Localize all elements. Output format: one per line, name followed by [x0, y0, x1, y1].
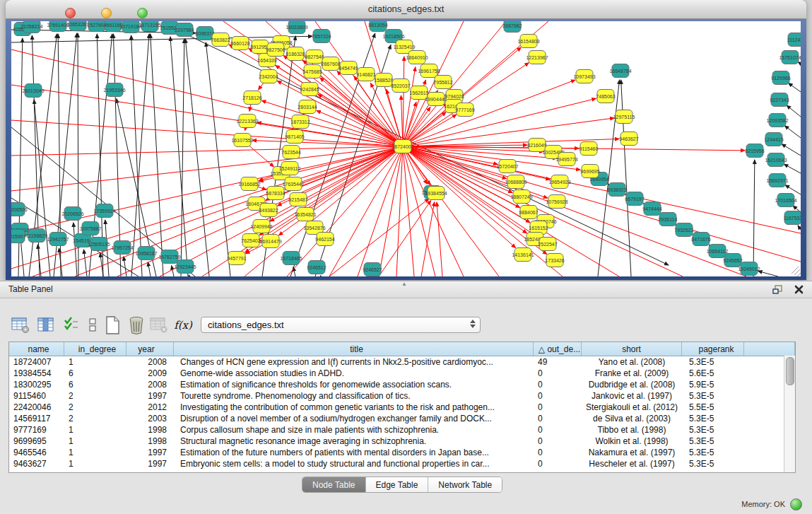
table-cell[interactable]: 0 [534, 413, 582, 424]
graph-node[interactable]: 9871405 [285, 130, 304, 144]
panel-resize-grip[interactable]: ▲ [399, 282, 409, 286]
graph-edge[interactable] [181, 39, 184, 276]
table-cell[interactable]: Hescheler et al. (1997) [582, 458, 682, 469]
network-view-canvas[interactable]: 4055714210582143769140610653287152760246… [11, 21, 801, 276]
table-row[interactable]: 969969511998Structural magnetic resonanc… [9, 436, 795, 447]
graph-edge[interactable] [261, 100, 403, 146]
table-cell[interactable]: 9777169 [9, 424, 64, 436]
table-cell[interactable]: de Silva et al. (2003) [582, 413, 682, 424]
graph-node[interactable]: 9246512 [307, 261, 326, 274]
table-row[interactable]: 946362711997Embryonic stem cells: a mode… [9, 458, 795, 469]
table-cell[interactable]: Corpus callosum shape and size in male p… [174, 424, 534, 436]
graph-node[interactable]: 2803144 [298, 100, 317, 114]
table-cell[interactable]: 5.3E-5 [682, 413, 744, 424]
graph-node[interactable]: 12409948 [250, 220, 272, 233]
graph-edge[interactable] [358, 146, 403, 276]
graph-edge[interactable] [401, 95, 403, 146]
column-header-pagerank[interactable]: pagerank [682, 342, 744, 356]
table-scrollbar-knob[interactable] [786, 357, 794, 385]
graph-node[interactable]: 12213967 [526, 51, 548, 64]
function-builder-icon[interactable]: f(x) [172, 315, 194, 336]
table-cell[interactable]: 2009 [126, 368, 174, 379]
graph-node[interactable]: 9245652 [723, 254, 742, 267]
graph-node[interactable]: 15720407 [496, 160, 518, 173]
graph-edge[interactable] [20, 239, 24, 276]
table-cell[interactable]: 5.9E-5 [682, 379, 744, 390]
graph-node[interactable]: 8522037 [391, 79, 410, 93]
table-cell[interactable]: 6 [64, 379, 126, 390]
selection-mode-icon[interactable] [61, 315, 82, 336]
graph-node[interactable]: 9462154 [315, 233, 334, 246]
graph-edge[interactable] [787, 105, 801, 117]
table-cell[interactable]: 0 [534, 424, 582, 436]
graph-edge[interactable] [403, 146, 563, 276]
graph-node[interactable]: 10756928 [546, 195, 567, 209]
graph-node[interactable]: 15751074 [779, 51, 801, 64]
memory-status-indicator[interactable] [790, 498, 802, 510]
graph-node[interactable]: 9884067 [519, 206, 538, 219]
graph-edge[interactable] [320, 276, 321, 276]
table-cell[interactable]: 5.3E-5 [682, 447, 744, 458]
graph-edge[interactable] [151, 34, 163, 276]
table-cell[interactable]: 5.3E-5 [682, 436, 744, 447]
table-row[interactable]: 1456911722003Disruption of a novel membe… [9, 413, 795, 424]
table-cell[interactable]: Structural magnetic resonance image aver… [174, 436, 534, 447]
table-cell[interactable]: 49 [534, 356, 582, 368]
table-cell[interactable]: 9699695 [9, 436, 64, 447]
tab-node-table[interactable]: Node Table [302, 477, 366, 492]
close-panel-icon[interactable] [792, 284, 805, 296]
table-cell[interactable]: 1 [64, 436, 126, 447]
graph-node[interactable]: 19495778 [555, 153, 577, 166]
table-cell[interactable]: 14569117 [9, 413, 64, 424]
table-cell[interactable]: 1997 [126, 390, 174, 402]
graph-node[interactable]: 21953346 [103, 83, 125, 97]
table-row[interactable]: 2242004622012Investigating the contribut… [9, 402, 795, 413]
graph-edge[interactable] [403, 146, 683, 276]
table-cell[interactable]: 0 [534, 447, 582, 458]
graph-node[interactable]: 2687682 [502, 21, 522, 33]
table-scrollbar[interactable] [784, 356, 795, 472]
graph-node[interactable]: 7625402 [241, 234, 260, 247]
graph-node[interactable]: 17016504 [775, 194, 796, 207]
table-cell[interactable]: 0 [534, 379, 582, 390]
graph-node[interactable]: 7857224 [312, 30, 331, 43]
table-cell[interactable]: 18724007 [9, 356, 64, 368]
graph-node[interactable]: 1733426 [545, 254, 564, 267]
graph-edge[interactable] [797, 273, 801, 276]
graph-node[interactable]: 16354821 [294, 208, 316, 221]
table-cell[interactable]: 5.5E-5 [682, 402, 744, 413]
table-cell[interactable]: 9115460 [9, 390, 64, 402]
graph-node[interactable]: 10973493 [573, 70, 595, 83]
table-cell[interactable]: 2 [64, 413, 126, 424]
table-cell[interactable]: 9463627 [9, 458, 64, 469]
float-panel-icon[interactable] [771, 284, 784, 296]
table-cell[interactable]: Estimation of the future numbers of pati… [174, 447, 534, 458]
table-cell[interactable]: 6 [64, 368, 126, 379]
graph-node[interactable]: 12505135 [88, 238, 110, 251]
graph-edge[interactable] [403, 146, 516, 248]
graph-node[interactable]: 9827506 [266, 43, 285, 57]
column-header-name[interactable]: name [9, 342, 64, 356]
graph-node[interactable]: 12213363 [236, 115, 258, 128]
graph-node[interactable]: 16914479 [259, 235, 281, 248]
graph-node[interactable]: 9242845 [300, 83, 319, 96]
graph-node[interactable]: 8813054 [368, 21, 387, 32]
graph-node[interactable]: 26013049 [22, 84, 44, 98]
graph-node[interactable]: 2935114 [659, 213, 678, 226]
graph-node[interactable]: 2342004 [259, 70, 278, 83]
graph-edge[interactable] [784, 164, 801, 173]
graph-node[interactable]: 9457791 [227, 252, 246, 265]
table-cell[interactable]: 0 [534, 390, 582, 402]
graph-edge[interactable] [403, 146, 801, 233]
network-graph[interactable]: 4055714210582143769140610653287152760246… [11, 21, 801, 276]
table-cell[interactable]: 19384554 [9, 368, 64, 379]
graph-node[interactable]: 6679197 [625, 192, 644, 206]
column-header-title[interactable]: title [174, 342, 534, 356]
graph-node[interactable]: 7485063 [596, 90, 615, 103]
graph-edge[interactable] [437, 202, 442, 276]
graph-edge[interactable] [403, 57, 404, 146]
table-row[interactable]: 911546021997Tourette syndrome. Phenomeno… [9, 390, 795, 402]
graph-node[interactable]: 7955812 [433, 76, 452, 89]
graph-edge[interactable] [379, 146, 403, 276]
graph-edge[interactable] [170, 37, 188, 276]
